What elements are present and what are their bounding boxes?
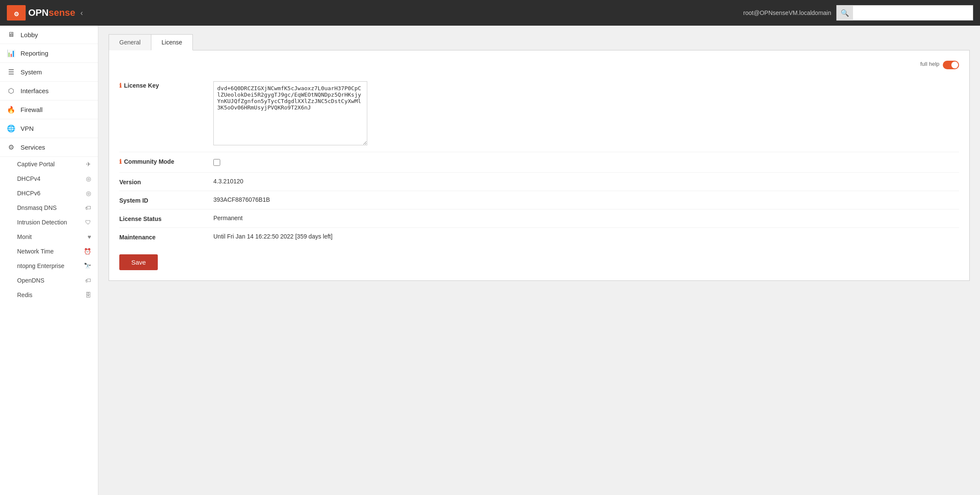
logged-in-user: root@OPNsenseVM.localdomain [743, 9, 831, 16]
community-mode-checkbox[interactable] [213, 159, 220, 166]
sidebar-item-label-services: Services [21, 144, 45, 151]
license-key-textarea[interactable]: dvd+6Q0DRCZIGXjNCwmfK5cJwaoxz7L0uarH37P0… [213, 81, 367, 145]
svg-text:⚙: ⚙ [14, 11, 19, 18]
lobby-icon: 🖥 [7, 31, 15, 38]
sidebar-sub-label-monit: Monit [17, 233, 32, 240]
system-id-value: 393ACF8876076B1B [213, 195, 270, 203]
system-id-value-col: 393ACF8876076B1B [213, 196, 959, 203]
license-status-label: License Status [119, 215, 162, 222]
intrusion-icon: 🛡 [85, 219, 91, 226]
interfaces-icon: ⬡ [7, 87, 15, 95]
sidebar-item-label-firewall: Firewall [21, 106, 43, 113]
sidebar-sub-label-dhcpv6: DHCPv6 [17, 190, 40, 197]
license-status-value: Permanent [213, 214, 242, 221]
content-area: General License full help ℹ License Key [98, 26, 980, 289]
vpn-icon: 🌐 [7, 124, 15, 133]
license-status-value-col: Permanent [213, 215, 959, 221]
community-mode-info-icon[interactable]: ℹ [119, 158, 121, 165]
sidebar-item-label-interfaces: Interfaces [21, 87, 49, 94]
reporting-icon: 📊 [7, 49, 15, 57]
sidebar-item-label-vpn: VPN [21, 125, 34, 132]
full-help-row: full help [119, 61, 959, 69]
version-value-col: 4.3.210120 [213, 178, 959, 185]
version-label: Version [119, 179, 141, 186]
license-card: full help ℹ License Key dvd+6Q0DRCZIGXjN… [109, 50, 970, 281]
sidebar-item-reporting[interactable]: 📊 Reporting [0, 44, 98, 63]
sidebar-item-monit[interactable]: Monit ♥ [0, 230, 98, 244]
license-key-label: License Key [124, 82, 159, 89]
search-button[interactable]: 🔍 [837, 5, 853, 21]
community-mode-label: Community Mode [124, 158, 174, 165]
sidebar-item-label-reporting: Reporting [21, 50, 48, 57]
license-key-label-col: ℹ License Key [119, 81, 205, 89]
sidebar-item-intrusion-detection[interactable]: Intrusion Detection 🛡 [0, 215, 98, 230]
save-button[interactable]: Save [119, 254, 158, 270]
system-id-label: System ID [119, 197, 148, 204]
version-row: Version 4.3.210120 [119, 173, 959, 191]
maintenance-value: Until Fri Jan 14 16:22:50 2022 [359 days… [213, 232, 333, 240]
firewall-icon: 🔥 [7, 106, 15, 114]
maintenance-label: Maintenance [119, 234, 156, 241]
sidebar-item-vpn[interactable]: 🌐 VPN [0, 119, 98, 138]
logo: ⚙ OPNsense [7, 5, 75, 21]
sidebar-sub-label-ntopng: ntopng Enterprise [17, 262, 65, 269]
logo-text: OPNsense [28, 7, 75, 18]
full-help-toggle[interactable] [943, 61, 959, 69]
tab-license[interactable]: License [151, 34, 193, 50]
sidebar-item-label-lobby: Lobby [21, 31, 38, 38]
captive-portal-icon: ✈ [86, 161, 91, 168]
opendns-icon: 🏷 [85, 277, 91, 284]
full-help-label: full help [920, 61, 939, 69]
services-icon: ⚙ [7, 143, 15, 151]
sidebar-item-system[interactable]: ☰ System [0, 63, 98, 82]
sidebar-collapse-button[interactable]: ‹ [80, 9, 83, 18]
search-input[interactable] [853, 8, 973, 18]
sidebar-item-dnsmasq-dns[interactable]: Dnsmasq DNS 🏷 [0, 200, 98, 215]
sidebar-item-label-system: System [21, 68, 42, 76]
ntopng-icon: 🔭 [84, 262, 91, 269]
topbar: ⚙ OPNsense ‹ root@OPNsenseVM.localdomain… [0, 0, 980, 26]
tabs: General License [109, 34, 970, 50]
community-mode-row: ℹ Community Mode [119, 152, 959, 173]
community-mode-label-col: ℹ Community Mode [119, 157, 205, 165]
sidebar-sub-label-dhcpv4: DHCPv4 [17, 175, 40, 182]
system-id-row: System ID 393ACF8876076B1B [119, 191, 959, 209]
sidebar-sub-label-opendns: OpenDNS [17, 277, 44, 284]
sidebar-sub-label-captive-portal: Captive Portal [17, 161, 55, 168]
version-value: 4.3.210120 [213, 177, 243, 185]
monit-icon: ♥ [88, 233, 91, 240]
redis-icon: 🗄 [85, 292, 91, 298]
sidebar-item-lobby[interactable]: 🖥 Lobby [0, 26, 98, 44]
dnsmasq-icon: 🏷 [85, 204, 91, 211]
sidebar-sub-label-redis: Redis [17, 292, 32, 298]
sidebar-item-redis[interactable]: Redis 🗄 [0, 288, 98, 302]
sidebar-item-interfaces[interactable]: ⬡ Interfaces [0, 82, 98, 100]
community-mode-value-col [213, 157, 959, 167]
tab-general[interactable]: General [109, 34, 151, 50]
sidebar-item-captive-portal[interactable]: Captive Portal ✈ [0, 157, 98, 171]
dhcpv4-icon: ◎ [86, 175, 91, 182]
sidebar-item-dhcpv4[interactable]: DHCPv4 ◎ [0, 171, 98, 186]
maintenance-row: Maintenance Until Fri Jan 14 16:22:50 20… [119, 228, 959, 246]
license-status-row: License Status Permanent [119, 209, 959, 228]
search-box: 🔍 [836, 5, 973, 21]
license-key-value-col: dvd+6Q0DRCZIGXjNCwmfK5cJwaoxz7L0uarH37P0… [213, 81, 959, 147]
network-time-icon: ⏰ [84, 248, 91, 255]
layout: 🖥 Lobby 📊 Reporting ☰ System ⬡ Interface… [0, 26, 980, 495]
license-status-label-col: License Status [119, 215, 205, 222]
system-icon: ☰ [7, 68, 15, 76]
sidebar-item-dhcpv6[interactable]: DHCPv6 ◎ [0, 186, 98, 200]
sidebar-sub-label-intrusion: Intrusion Detection [17, 219, 67, 226]
logo-icon: ⚙ [7, 5, 26, 21]
system-id-label-col: System ID [119, 196, 205, 204]
sidebar-item-services[interactable]: ⚙ Services [0, 138, 98, 157]
dhcpv6-icon: ◎ [86, 190, 91, 197]
sidebar-item-network-time[interactable]: Network Time ⏰ [0, 244, 98, 259]
license-key-info-icon[interactable]: ℹ [119, 82, 121, 89]
sidebar-item-ntopng[interactable]: ntopng Enterprise 🔭 [0, 259, 98, 273]
sidebar-item-opendns[interactable]: OpenDNS 🏷 [0, 273, 98, 288]
main-content: General License full help ℹ License Key [98, 26, 980, 495]
sidebar-item-firewall[interactable]: 🔥 Firewall [0, 100, 98, 119]
maintenance-label-col: Maintenance [119, 233, 205, 241]
sidebar-sub-label-dnsmasq: Dnsmasq DNS [17, 204, 57, 211]
